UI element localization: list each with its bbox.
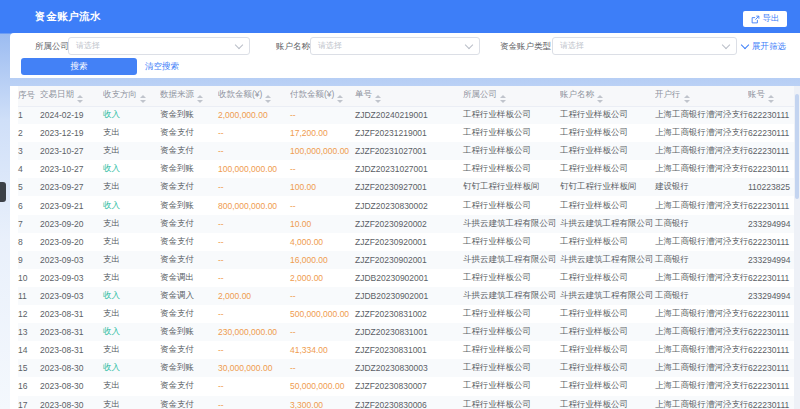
table-row: 82023-09-20支出资金支付--4,000.00ZJZF202309200… (18, 233, 800, 251)
cell-source: 资金支付 (160, 127, 194, 137)
cell-company: 钉钉工程行业样板间 (463, 181, 540, 191)
column-header-receive[interactable]: 收款金额(¥) (218, 86, 290, 106)
table-row: 152023-08-30收入资金到账30,000,000.00--ZJDZ202… (18, 359, 800, 377)
column-header-direction[interactable]: 收支方向 (103, 86, 160, 106)
export-icon (751, 15, 760, 24)
cell-date: 2023-10-27 (40, 146, 83, 156)
cell-bank: 上海工商银行漕河泾支行 (655, 109, 749, 119)
company-select[interactable]: 请选择 (68, 37, 250, 55)
sort-icon[interactable] (768, 95, 774, 103)
type-select[interactable]: 请选择 (552, 37, 737, 55)
cell-bank: 上海工商银行漕河泾支行 (655, 145, 749, 155)
cell-index: 17 (18, 400, 27, 409)
cell-pay: -- (290, 201, 296, 211)
cell-order_no: ZJDZ20231027001 (355, 164, 428, 174)
export-button[interactable]: 导出 (743, 11, 787, 27)
expand-filter-link[interactable]: 展开筛选 (742, 37, 786, 55)
column-header-index: 序号 (18, 86, 40, 106)
cell-account_no: 622230111 (748, 237, 789, 247)
cell-pay: -- (290, 363, 296, 373)
cell-company: 工程行业样板公司 (463, 380, 531, 390)
cell-index: 9 (18, 255, 23, 265)
cell-index: 2 (18, 128, 23, 138)
cell-source: 资金调出 (160, 272, 194, 282)
cell-direction: 支出 (103, 127, 120, 137)
cell-index: 15 (18, 363, 27, 373)
cell-receive: -- (218, 255, 224, 265)
column-header-account_no[interactable]: 账号 (748, 86, 800, 106)
column-header-bank[interactable]: 开户行 (655, 86, 748, 106)
cell-source: 资金支付 (160, 344, 194, 354)
cell-account_no: 233294994 (748, 291, 791, 301)
column-label: 序号 (18, 90, 35, 100)
column-header-date[interactable]: 交易日期 (40, 86, 103, 106)
cell-source: 资金支付 (160, 308, 194, 318)
cell-bank: 上海工商银行漕河泾支行 (655, 163, 749, 173)
cell-source: 资金支付 (160, 218, 194, 228)
column-label: 开户行 (655, 89, 681, 99)
cell-index: 14 (18, 345, 27, 355)
sort-icon[interactable] (197, 95, 203, 103)
cell-direction: 收入 (103, 163, 120, 173)
table-row: 12024-02-19收入资金到账2,000,000.00--ZJDZ20240… (18, 106, 800, 124)
column-label: 数据来源 (160, 89, 194, 99)
cell-account_no: 622230111 (748, 273, 789, 283)
cell-company: 工程行业样板公司 (463, 362, 531, 372)
cell-company: 工程行业样板公司 (463, 127, 531, 137)
cell-company: 斗拱云建筑工程有限公司 (463, 218, 557, 228)
table-row: 102023-09-03支出资金调出--2,000.00ZJDB20230902… (18, 269, 800, 287)
cell-account_no: 622230111 (748, 110, 789, 120)
cell-receive: -- (218, 381, 224, 391)
column-label: 账号 (748, 89, 765, 99)
flow-table-panel: 序号交易日期收支方向数据来源收款金额(¥)付款金额(¥)单号所属公司账户名称开户… (10, 86, 800, 409)
export-label: 导出 (763, 13, 780, 25)
drawer-handle[interactable] (0, 182, 6, 202)
cell-order_no: ZJDZ20240219001 (355, 110, 428, 120)
cell-account_name: 斗拱云建筑工程有限公司 (560, 254, 654, 264)
cell-direction: 收入 (103, 290, 120, 300)
account-select[interactable]: 请选择 (310, 37, 480, 55)
cell-index: 13 (18, 327, 27, 337)
sort-icon[interactable] (337, 95, 343, 103)
cell-pay: 500,000,000.00 (290, 309, 349, 319)
clear-search-link[interactable]: 清空搜索 (145, 58, 179, 75)
cell-index: 11 (18, 291, 27, 301)
table-body: 12024-02-19收入资金到账2,000,000.00--ZJDZ20240… (18, 106, 800, 409)
cell-receive: 2,000,000.00 (218, 110, 268, 120)
column-header-source[interactable]: 数据来源 (160, 86, 218, 106)
cell-pay: 100,000,000.00 (290, 146, 349, 156)
cell-order_no: ZJDZ20230831001 (355, 327, 428, 337)
cell-source: 资金到账 (160, 163, 194, 173)
cell-account_no: 622230111 (748, 363, 789, 373)
sort-icon[interactable] (597, 95, 603, 103)
table-row: 42023-10-27收入资金到账100,000,000.00--ZJDZ202… (18, 160, 800, 178)
cell-receive: -- (218, 182, 224, 192)
sort-icon[interactable] (77, 95, 83, 103)
cell-date: 2023-08-30 (40, 381, 83, 391)
search-button[interactable]: 搜索 (21, 58, 137, 75)
sort-icon[interactable] (265, 95, 271, 103)
cell-date: 2023-08-30 (40, 400, 83, 409)
sort-icon[interactable] (684, 95, 690, 103)
cell-company: 工程行业样板公司 (463, 200, 531, 210)
cell-account_name: 工程行业样板公司 (560, 109, 628, 119)
column-header-account_name[interactable]: 账户名称 (560, 86, 655, 106)
cell-direction: 收入 (103, 109, 120, 119)
cell-account_name: 工程行业样板公司 (560, 163, 628, 173)
cell-company: 工程行业样板公司 (463, 163, 531, 173)
cell-source: 资金到账 (160, 200, 194, 210)
cell-direction: 支出 (103, 145, 120, 155)
column-header-order_no[interactable]: 单号 (355, 86, 463, 106)
column-header-company[interactable]: 所属公司 (463, 86, 560, 106)
cell-direction: 收入 (103, 362, 120, 372)
column-header-pay[interactable]: 付款金额(¥) (290, 86, 355, 106)
sort-icon[interactable] (375, 95, 381, 103)
cell-date: 2023-09-20 (40, 219, 83, 229)
scrollbar-thumb[interactable] (795, 94, 799, 199)
cell-account_name: 工程行业样板公司 (560, 200, 628, 210)
sort-icon[interactable] (140, 95, 146, 103)
vertical-scrollbar[interactable] (794, 86, 800, 409)
cell-receive: -- (218, 146, 224, 156)
sort-icon[interactable] (500, 95, 506, 103)
cell-bank: 工商银行 (655, 290, 689, 300)
